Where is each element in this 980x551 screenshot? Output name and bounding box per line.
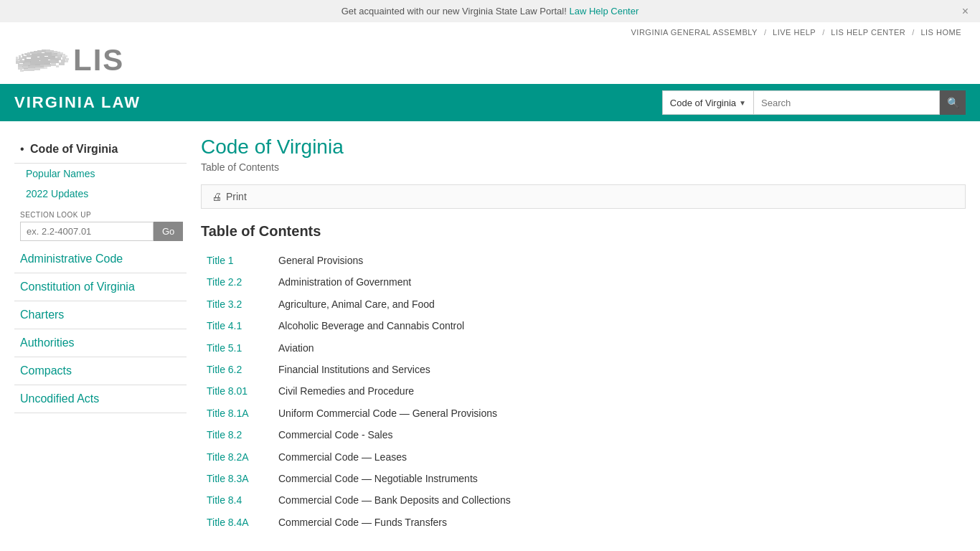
- toc-title-link[interactable]: Title 4.1: [207, 320, 242, 331]
- toc-title-link[interactable]: Title 8.2A: [207, 451, 249, 463]
- toc-title-cell: Title 8.2: [201, 424, 273, 446]
- toc-title-link[interactable]: Title 6.2: [207, 364, 242, 375]
- svg-rect-54: [44, 67, 47, 69]
- sidebar-link-uncodified-acts[interactable]: Uncodified Acts: [20, 392, 99, 405]
- top-banner: Get acquainted with our new Virginia Sta…: [0, 0, 980, 22]
- table-row: Title 1 General Provisions: [201, 250, 966, 271]
- sidebar-item-compacts[interactable]: Compacts: [14, 357, 187, 385]
- sidebar-item-uncodified-acts[interactable]: Uncodified Acts: [14, 385, 187, 413]
- sidebar-item-administrative-code[interactable]: Administrative Code: [14, 245, 187, 273]
- svg-rect-20: [32, 54, 37, 57]
- svg-rect-42: [18, 67, 22, 70]
- main-content: Code of Virginia Table of Contents 🖨 Pri…: [201, 136, 966, 533]
- toc-title-link[interactable]: Title 8.4A: [207, 517, 249, 528]
- table-row: Title 3.2 Agriculture, Animal Care, and …: [201, 293, 966, 315]
- sidebar-link-authorities[interactable]: Authorities: [20, 336, 75, 349]
- svg-rect-9: [46, 50, 50, 52]
- toc-description-cell: Financial Institutions and Services: [273, 359, 966, 380]
- toc-title-link[interactable]: Title 8.4: [207, 494, 242, 506]
- sidebar-link-administrative-code[interactable]: Administrative Code: [20, 253, 123, 265]
- sidebar-link-compacts[interactable]: Compacts: [20, 364, 72, 377]
- sidebar-item-authorities[interactable]: Authorities: [14, 329, 187, 357]
- print-label: Print: [226, 191, 247, 202]
- sidebar-sub-2022-updates[interactable]: 2022 Updates: [14, 184, 187, 204]
- toc-title-cell: Title 3.2: [201, 293, 273, 315]
- toc-title-link[interactable]: Title 8.2: [207, 429, 242, 441]
- toc-title-link[interactable]: Title 1: [207, 255, 234, 266]
- section-lookup-input[interactable]: [20, 222, 154, 241]
- svg-rect-18: [22, 56, 27, 59]
- svg-rect-12: [57, 52, 60, 55]
- sidebar-item-charters[interactable]: Charters: [14, 301, 187, 329]
- section-lookup-label: SECTION LOOK UP: [20, 211, 181, 219]
- site-title: VIRGINIA LAW: [14, 93, 662, 112]
- svg-rect-41: [59, 62, 65, 65]
- svg-rect-7: [37, 50, 42, 53]
- dropdown-caret-icon: ▼: [739, 99, 746, 107]
- svg-rect-14: [63, 54, 65, 57]
- toc-title-link[interactable]: Title 2.2: [207, 276, 242, 288]
- section-lookup-row: Go: [20, 222, 181, 241]
- top-nav-sep-2: /: [820, 28, 826, 37]
- svg-rect-24: [57, 55, 62, 57]
- search-button[interactable]: 🔍: [940, 90, 966, 115]
- svg-rect-30: [31, 57, 39, 61]
- toc-title-link[interactable]: Title 8.01: [207, 385, 248, 397]
- print-bar[interactable]: 🖨 Print: [201, 184, 966, 209]
- section-lookup-go-button[interactable]: Go: [154, 222, 183, 241]
- sidebar-item-constitution[interactable]: Constitution of Virginia: [14, 273, 187, 301]
- top-nav-help-center[interactable]: LIS HELP CENTER: [826, 28, 910, 37]
- sidebar-link-code-of-virginia[interactable]: Code of Virginia: [30, 143, 118, 155]
- svg-rect-26: [66, 58, 69, 60]
- content-wrapper: Code of Virginia Popular Names 2022 Upda…: [0, 121, 980, 547]
- toc-title-cell: Title 8.01: [201, 380, 273, 402]
- toc-title-link[interactable]: Title 3.2: [207, 298, 242, 310]
- sidebar: Code of Virginia Popular Names 2022 Upda…: [14, 136, 187, 533]
- toc-title-cell: Title 8.4A: [201, 512, 273, 533]
- search-dropdown[interactable]: Code of Virginia ▼: [662, 90, 753, 115]
- logo-text: LIS: [73, 43, 124, 77]
- svg-rect-53: [40, 67, 44, 69]
- svg-rect-51: [29, 68, 34, 71]
- svg-rect-29: [24, 59, 31, 62]
- toc-title-link[interactable]: Title 8.1A: [207, 408, 249, 419]
- toc-description-cell: Administration of Government: [273, 271, 966, 293]
- sidebar-link-constitution[interactable]: Constitution of Virginia: [20, 281, 135, 293]
- toc-title-cell: Title 2.2: [201, 271, 273, 293]
- svg-rect-31: [39, 57, 48, 60]
- svg-rect-34: [61, 60, 65, 62]
- banner-close-button[interactable]: ×: [962, 5, 969, 18]
- svg-rect-25: [62, 57, 66, 60]
- toc-description-cell: Uniform Commercial Code — General Provis…: [273, 402, 966, 424]
- svg-rect-46: [44, 64, 51, 67]
- banner-text: Get acquainted with our new Virginia Sta…: [341, 6, 567, 17]
- toc-title-cell: Title 6.2: [201, 359, 273, 380]
- top-nav-general-assembly[interactable]: VIRGINIA GENERAL ASSEMBLY: [627, 28, 762, 37]
- sidebar-link-2022-updates[interactable]: 2022 Updates: [26, 188, 88, 199]
- svg-rect-0: [16, 57, 18, 59]
- top-nav-sep-1: /: [762, 28, 768, 37]
- logo-area: LIS: [14, 42, 124, 78]
- toc-description-cell: General Provisions: [273, 250, 966, 271]
- sidebar-link-charters[interactable]: Charters: [20, 309, 64, 321]
- svg-rect-40: [50, 60, 59, 63]
- toc-description-cell: Commercial Code — Bank Deposits and Coll…: [273, 489, 966, 511]
- search-icon: 🔍: [947, 97, 959, 108]
- svg-rect-16: [16, 59, 19, 61]
- sidebar-item-code-of-virginia[interactable]: Code of Virginia: [14, 136, 187, 164]
- search-input[interactable]: [753, 90, 940, 115]
- svg-rect-27: [16, 61, 19, 64]
- sidebar-link-popular-names[interactable]: Popular Names: [26, 168, 95, 179]
- toc-title-link[interactable]: Title 5.1: [207, 342, 242, 354]
- top-nav-lis-home[interactable]: LIS HOME: [916, 28, 966, 37]
- toc-description-cell: Commercial Code — Leases: [273, 446, 966, 468]
- banner-link[interactable]: Law Help Center: [569, 6, 639, 17]
- toc-description-cell: Agriculture, Animal Care, and Food: [273, 293, 966, 315]
- toc-title-cell: Title 5.1: [201, 337, 273, 359]
- sidebar-sub-popular-names[interactable]: Popular Names: [14, 164, 187, 184]
- svg-rect-8: [42, 50, 46, 52]
- svg-rect-52: [34, 67, 40, 70]
- table-row: Title 8.2A Commercial Code — Leases: [201, 446, 966, 468]
- top-nav-live-help[interactable]: LIVE HELP: [768, 28, 820, 37]
- toc-title-link[interactable]: Title 8.3A: [207, 473, 249, 484]
